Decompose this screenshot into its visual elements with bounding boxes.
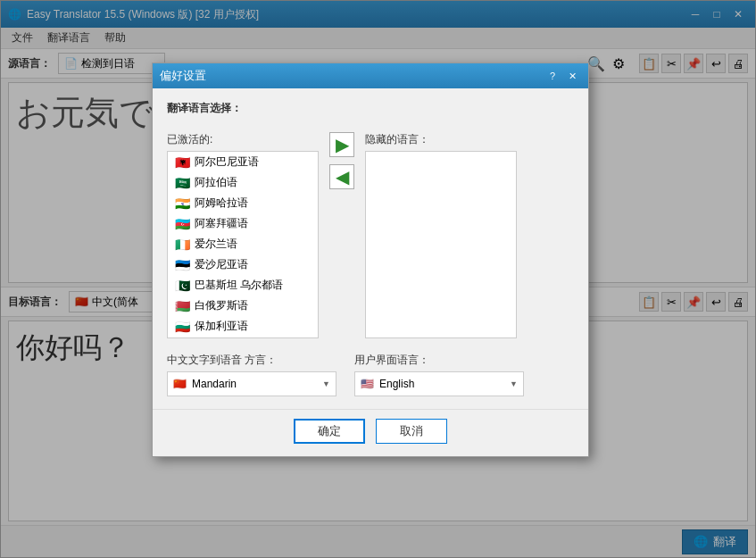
move-left-button[interactable]: ◀ (329, 164, 354, 189)
hidden-lang-label: 隐藏的语言： (365, 132, 517, 147)
flag-bulgarian: 🇧🇬 (173, 321, 191, 333)
list-item[interactable]: 🇪🇪 爱沙尼亚语 (168, 254, 318, 275)
dialog-footer: 确定 取消 (153, 409, 588, 456)
flag-belarusian: 🇧🇾 (173, 300, 191, 312)
dialog-title-bar: 偏好设置 ? ✕ (153, 63, 588, 88)
list-item[interactable]: 🇸🇦 阿拉伯语 (168, 172, 318, 193)
flag-azerbaijani: 🇦🇿 (173, 218, 191, 230)
arrow-buttons: ▶ ◀ (329, 132, 354, 189)
language-panels: 已激活的: 🇦🇱 阿尔巴尼亚语 🇸🇦 阿拉伯语 🇮🇳 (167, 132, 574, 338)
list-item[interactable]: 🇮🇳 阿姆哈拉语 (168, 193, 318, 213)
preferences-dialog: 偏好设置 ? ✕ 翻译语言选择： 已激活的: 🇦🇱 阿尔巴尼亚语 (152, 62, 589, 457)
active-lang-label: 已激活的: (167, 132, 319, 147)
list-item[interactable]: 🇧🇬 保加利亚语 (168, 316, 318, 337)
dialog-title: 偏好设置 (160, 68, 206, 84)
dialog-body: 翻译语言选择： 已激活的: 🇦🇱 阿尔巴尼亚语 🇸🇦 阿拉伯语 (153, 88, 588, 409)
active-lang-list[interactable]: 🇦🇱 阿尔巴尼亚语 🇸🇦 阿拉伯语 🇮🇳 阿姆哈拉语 🇦🇿 (167, 151, 319, 338)
hidden-lang-list[interactable] (365, 151, 517, 338)
lang-name-arabic: 阿拉伯语 (195, 175, 237, 190)
dialog-title-controls: ? ✕ (544, 68, 581, 84)
lang-name-albania: 阿尔巴尼亚语 (195, 154, 259, 170)
lang-name-urdu: 巴基斯坦 乌尔都语 (195, 278, 283, 293)
mandarin-value: Mandarin (192, 378, 237, 390)
flag-amharic: 🇮🇳 (173, 197, 191, 210)
list-item[interactable]: 🇦🇱 阿尔巴尼亚语 (168, 152, 318, 172)
flag-albania: 🇦🇱 (173, 156, 191, 169)
mandarin-label: 中文文字到语音 方言： (167, 353, 336, 368)
ui-lang-select[interactable]: 🇺🇸 English (354, 371, 524, 396)
lang-name-bulgarian: 保加利亚语 (195, 319, 248, 334)
bottom-selects: 中文文字到语音 方言： 🇨🇳 Mandarin 用户界面语言： 🇺🇸 Engli… (167, 353, 574, 396)
lang-name-azerbaijani: 阿塞拜疆语 (195, 216, 248, 231)
ui-lang-flag: 🇺🇸 (361, 378, 374, 390)
lang-list-container: 🇦🇱 阿尔巴尼亚语 🇸🇦 阿拉伯语 🇮🇳 阿姆哈拉语 🇦🇿 (167, 151, 319, 338)
lang-name-estonian: 爱沙尼亚语 (195, 257, 248, 272)
mandarin-select[interactable]: 🇨🇳 Mandarin (167, 371, 336, 396)
flag-urdu: 🇵🇰 (173, 279, 191, 292)
flag-estonian: 🇪🇪 (173, 259, 191, 271)
lang-name-irish: 爱尔兰语 (195, 237, 237, 252)
ui-lang-select-group: 用户界面语言： 🇺🇸 English (354, 353, 524, 396)
flag-irish: 🇮🇪 (173, 238, 191, 251)
lang-name-belarusian: 白俄罗斯语 (195, 298, 248, 313)
ui-lang-label: 用户界面语言： (354, 353, 524, 368)
hidden-lang-panel: 隐藏的语言： (365, 132, 517, 338)
dialog-section-title: 翻译语言选择： (167, 101, 574, 116)
flag-arabic: 🇸🇦 (173, 177, 191, 189)
list-item[interactable]: 🇦🇿 阿塞拜疆语 (168, 213, 318, 234)
mandarin-select-group: 中文文字到语音 方言： 🇨🇳 Mandarin (167, 353, 336, 396)
ui-lang-value: English (379, 378, 414, 390)
dialog-help-button[interactable]: ? (544, 68, 561, 84)
list-item[interactable]: 🇵🇰 巴基斯坦 乌尔都语 (168, 275, 318, 296)
active-lang-panel: 已激活的: 🇦🇱 阿尔巴尼亚语 🇸🇦 阿拉伯语 🇮🇳 (167, 132, 319, 338)
list-item[interactable]: 🇮🇪 爱尔兰语 (168, 234, 318, 254)
lang-name-amharic: 阿姆哈拉语 (195, 196, 248, 211)
dialog-close-button[interactable]: ✕ (563, 68, 581, 84)
mandarin-flag: 🇨🇳 (173, 378, 187, 390)
cancel-button[interactable]: 取消 (376, 419, 447, 444)
list-item[interactable]: 🇧🇾 白俄罗斯语 (168, 296, 318, 316)
list-item[interactable]: 🇮🇸 冰岛语 (168, 337, 318, 338)
move-right-button[interactable]: ▶ (329, 132, 354, 157)
confirm-button[interactable]: 确定 (294, 419, 365, 444)
